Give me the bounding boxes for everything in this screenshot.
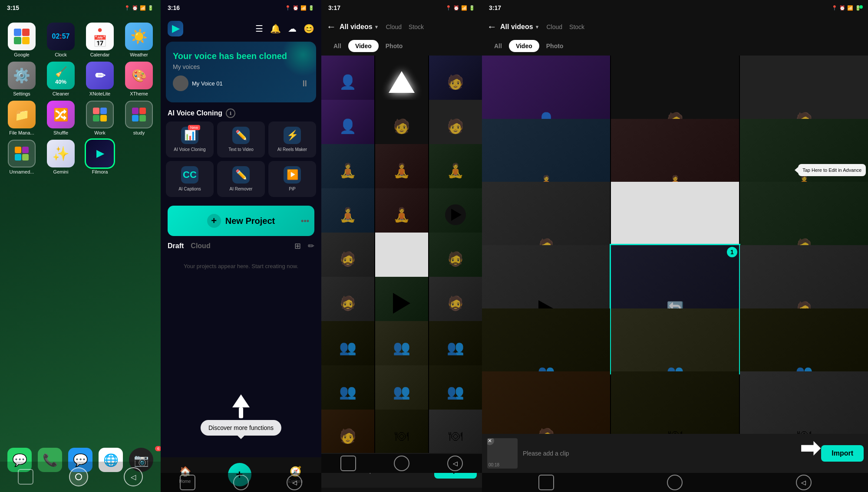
video-thumb-p4-17[interactable]: 🍽 xyxy=(611,371,739,434)
all-videos-dropdown-3[interactable]: All videos ▼ xyxy=(340,23,379,31)
recent-btn-panel1[interactable]: ◁ xyxy=(124,467,143,486)
back-btn-panel1[interactable] xyxy=(18,469,33,485)
clip-preview-time: 00:18 xyxy=(488,462,499,467)
recent-btn-p4[interactable] xyxy=(538,475,554,490)
pip-icon: ▶️ xyxy=(284,166,301,184)
plus-circle-icon: + xyxy=(207,214,221,228)
video-grid-wrapper-3: 👤 4:13:15 01:05 🧑 02:52 👤 4:13:15 🧑 01:0… xyxy=(321,56,482,453)
app-google-label: Google xyxy=(14,52,29,57)
video-thumb-25[interactable]: 🧑 xyxy=(321,410,374,453)
panel-video-picker-2: 3:17 📍 ⏰ 📶 🔋 ← All videos ▼ Cloud Stock … xyxy=(482,0,868,492)
recent-btn-p2[interactable] xyxy=(180,475,195,490)
clip-remove-btn[interactable]: ✕ xyxy=(487,438,494,445)
app-filmora[interactable]: ▶ Filmora xyxy=(83,140,117,174)
all-tab-4[interactable]: All xyxy=(487,40,509,52)
edit-icon[interactable]: ✏ xyxy=(308,241,314,251)
ai-tool-voice-cloning[interactable]: 📊 New AI Voice Cloning xyxy=(166,121,214,157)
video-thumb-p4-18[interactable]: 🍽 xyxy=(740,371,868,434)
play-voice-button[interactable]: ⏸ xyxy=(300,79,309,89)
app-study-label: study xyxy=(133,130,145,135)
ai-tool-reels[interactable]: ⚡ AI Reels Maker xyxy=(268,121,316,157)
stock-tab-3[interactable]: Stock xyxy=(409,23,424,30)
app-unnamed-label: Unnamed... xyxy=(10,169,34,174)
app-filemanager-label: File Mana... xyxy=(9,130,34,135)
app-cleaner[interactable]: 🧹 40% Cleaner xyxy=(43,62,78,96)
tooltip-arrow xyxy=(795,167,798,173)
app-google[interactable]: Google xyxy=(4,23,39,57)
video-thumb-27[interactable]: 🍽 xyxy=(429,410,482,453)
more-options-icon[interactable]: ••• xyxy=(301,216,309,226)
app-cleaner-label: Cleaner xyxy=(53,91,69,96)
ai-tool-remover[interactable]: ✏️ AI Remover xyxy=(217,161,265,197)
system-nav-panel1: ◁ xyxy=(0,462,161,492)
stock-tab-4[interactable]: Stock xyxy=(569,23,584,30)
ai-tool-pip[interactable]: ▶️ PiP xyxy=(268,161,316,197)
video-thumb-p4-16[interactable]: 🧑 xyxy=(482,371,610,434)
cloud-tab[interactable]: Cloud xyxy=(191,242,210,250)
draft-tab[interactable]: Draft xyxy=(168,242,184,250)
video-tab-3[interactable]: Video xyxy=(348,40,379,52)
grid-view-icon[interactable]: ⊞ xyxy=(294,241,301,251)
all-videos-dropdown-4[interactable]: All videos ▼ xyxy=(500,23,539,31)
filmora-logo: ▶ xyxy=(168,21,183,36)
menu-icon[interactable]: ☰ xyxy=(255,23,263,34)
video-thumb-26[interactable]: 🍽 xyxy=(375,410,428,453)
remover-icon: ✏️ xyxy=(232,166,250,184)
app-weather[interactable]: ☀️ Weather xyxy=(122,23,156,57)
reels-icon: ⚡ xyxy=(284,127,301,144)
app-work-folder[interactable]: Work xyxy=(83,101,117,135)
app-gemini-label: Gemini xyxy=(53,169,69,174)
video-tab-4[interactable]: Video xyxy=(509,40,539,52)
all-videos-label-3: All videos xyxy=(340,23,373,31)
voice-name-text: My Voice 01 xyxy=(192,80,223,87)
photo-tab-4[interactable]: Photo xyxy=(539,40,571,52)
ai-tool-captions[interactable]: CC AI Captions xyxy=(166,161,214,197)
voice-glow xyxy=(281,42,316,76)
app-xtheme[interactable]: 🎨 XTheme xyxy=(122,62,156,96)
up-arrow-indicator xyxy=(232,394,250,418)
video-bottom-bar-4: ✕ 00:18 Please add a clip ➡ Import xyxy=(482,434,868,473)
app-study-folder[interactable]: study xyxy=(122,101,156,135)
back-btn-p2[interactable]: ◁ xyxy=(287,475,302,490)
app-xnote[interactable]: ✏ XNoteLite xyxy=(83,62,117,96)
tap-edit-tooltip: Tap Here to Edit in Advance xyxy=(798,164,866,176)
app-unnamed[interactable]: Unnamed... xyxy=(4,140,39,174)
cloud-tab-4[interactable]: Cloud xyxy=(546,23,562,30)
app-shuffle[interactable]: 🔀 Shuffle xyxy=(43,101,78,135)
app-calendar[interactable]: ●📅 Calendar xyxy=(83,23,117,57)
home-btn-p4[interactable] xyxy=(667,475,683,490)
arrow-up-triangle xyxy=(232,394,250,407)
back-btn-p3[interactable]: ◁ xyxy=(447,456,463,471)
back-arrow-3[interactable]: ← xyxy=(327,21,336,33)
new-project-button[interactable]: + New Project ••• xyxy=(168,206,314,236)
discover-bubble[interactable]: Discover more functions xyxy=(201,420,281,436)
app-gemini[interactable]: ✨ Gemini xyxy=(43,140,78,174)
notification-icon[interactable]: 🔔 xyxy=(270,23,281,34)
home-btn-p3[interactable] xyxy=(394,456,409,471)
arrow-up-shaft xyxy=(239,407,243,418)
cloud-icon[interactable]: ☁ xyxy=(288,23,297,34)
ai-tool-voice-label: AI Voice Cloning xyxy=(174,147,205,152)
back-arrow-4[interactable]: ← xyxy=(487,21,497,33)
app-weather-label: Weather xyxy=(130,52,148,57)
ai-tool-text-video[interactable]: ✏️ Text to Video xyxy=(217,121,265,157)
video-picker-header-3: ← All videos ▼ Cloud Stock xyxy=(321,16,482,38)
cloud-tab-3[interactable]: Cloud xyxy=(386,23,402,30)
home-btn-panel1[interactable] xyxy=(69,467,88,486)
app-settings-label: Settings xyxy=(13,91,30,96)
home-btn-p2[interactable] xyxy=(233,475,249,490)
info-icon[interactable]: ℹ xyxy=(226,108,235,118)
panel-home-screen: 3:15 📍 ⏰ 📶 🔋 Google 02:57 xyxy=(0,0,161,492)
ai-tools-grid: 📊 New AI Voice Cloning ✏️ Text to Video … xyxy=(161,121,321,202)
status-icons-panel4: 📍 ⏰ 📶 🔋 xyxy=(832,5,861,11)
app-settings[interactable]: ⚙️ Settings xyxy=(4,62,39,96)
app-clock[interactable]: 02:57 Clock xyxy=(43,23,78,57)
import-button-4[interactable]: Import xyxy=(821,445,864,462)
photo-tab-3[interactable]: Photo xyxy=(379,40,410,52)
recent-btn-p3[interactable] xyxy=(340,456,356,471)
profile-icon[interactable]: 😊 xyxy=(304,23,314,34)
all-tab-3[interactable]: All xyxy=(327,40,348,52)
app-filemanager[interactable]: 📁 File Mana... xyxy=(4,101,39,135)
back-btn-p4[interactable]: ◁ xyxy=(796,475,812,490)
media-type-tabs-4: All Video Photo xyxy=(482,38,868,56)
